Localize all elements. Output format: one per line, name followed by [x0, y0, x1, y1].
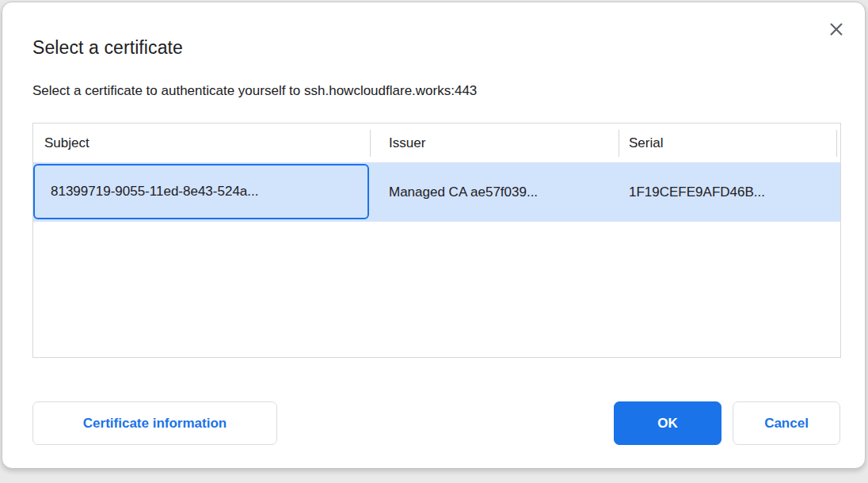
column-divider: [370, 130, 371, 157]
cancel-button[interactable]: Cancel: [733, 401, 840, 445]
close-icon: [828, 21, 845, 38]
close-button[interactable]: [825, 18, 847, 40]
column-divider: [619, 130, 619, 157]
ok-button[interactable]: OK: [614, 401, 721, 445]
column-header-issuer: Issuer: [389, 124, 425, 162]
cell-subject[interactable]: 81399719-9055-11ed-8e43-524a...: [33, 164, 369, 219]
table-header-row: Subject Issuer Serial: [33, 124, 840, 162]
dialog-subtitle: Select a certificate to authenticate you…: [32, 83, 477, 99]
cell-issuer: Managed CA ae57f039...: [389, 162, 538, 222]
certificate-table: Subject Issuer Serial 81399719-9055-11ed…: [32, 123, 841, 358]
column-header-subject: Subject: [44, 124, 89, 162]
column-header-serial: Serial: [629, 124, 663, 162]
cell-serial: 1F19CEFE9AFD46B...: [629, 162, 765, 222]
certificate-select-dialog: Select a certificate Select a certificat…: [2, 2, 866, 469]
certificate-row-selected[interactable]: 81399719-9055-11ed-8e43-524a... Managed …: [33, 162, 840, 222]
column-divider: [836, 130, 837, 157]
certificate-information-button[interactable]: Certificate information: [32, 401, 277, 445]
dialog-title: Select a certificate: [32, 37, 183, 59]
